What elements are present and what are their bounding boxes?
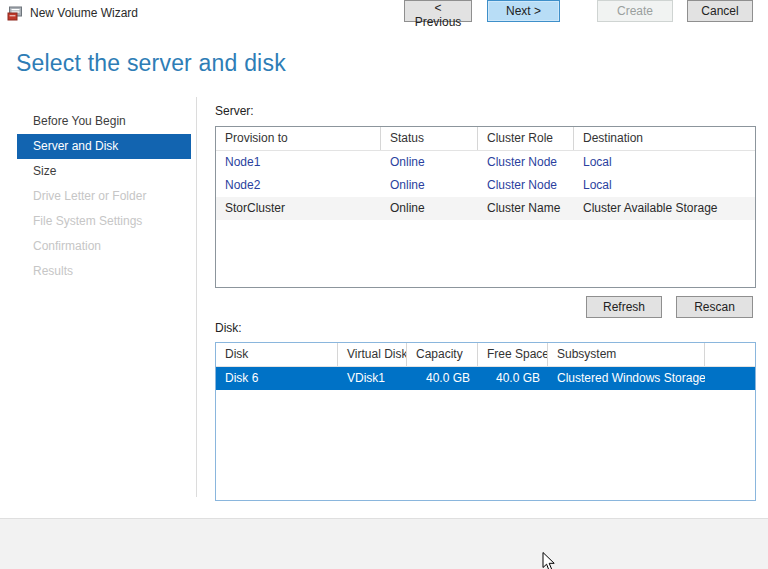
cell: Cluster Name: [478, 197, 574, 220]
cancel-button[interactable]: Cancel: [687, 0, 753, 22]
rescan-button[interactable]: Rescan: [676, 296, 753, 318]
cell: Online: [381, 197, 478, 220]
cell: Online: [381, 174, 478, 197]
column-header-subsystem[interactable]: Subsystem: [548, 343, 705, 366]
table-row-node1[interactable]: Node1OnlineCluster NodeLocal: [216, 151, 755, 174]
cell: Node2: [216, 174, 381, 197]
sidebar-item-size[interactable]: Size: [17, 159, 191, 184]
sidebar-item-server-and-disk[interactable]: Server and Disk: [17, 134, 191, 159]
column-header-destination[interactable]: Destination: [574, 127, 755, 150]
cell: StorCluster: [216, 197, 381, 220]
cell: Disk 6: [216, 367, 338, 390]
cell: Cluster Node: [478, 151, 574, 174]
page-title: Select the server and disk: [16, 50, 286, 77]
sidebar-item-drive-letter-or-folder: Drive Letter or Folder: [17, 184, 191, 209]
column-header-blank: [705, 343, 755, 366]
table-header-row: Provision toStatusCluster RoleDestinatio…: [216, 127, 755, 151]
next-button[interactable]: Next >: [487, 0, 560, 22]
server-table: Provision toStatusCluster RoleDestinatio…: [215, 126, 756, 288]
server-section-label: Server:: [215, 104, 254, 118]
previous-button[interactable]: < Previous: [404, 0, 472, 22]
cell: Clustered Windows Storage: [548, 367, 705, 390]
column-header-free-space[interactable]: Free Space: [478, 343, 548, 366]
sidebar-item-file-system-settings: File System Settings: [17, 209, 191, 234]
column-header-capacity[interactable]: Capacity: [407, 343, 478, 366]
refresh-button[interactable]: Refresh: [586, 296, 662, 318]
column-header-provision-to[interactable]: Provision to: [216, 127, 381, 150]
cell: VDisk1: [338, 367, 407, 390]
column-header-cluster-role[interactable]: Cluster Role: [478, 127, 574, 150]
table-row-disk-6[interactable]: Disk 6VDisk140.0 GB40.0 GBClustered Wind…: [216, 367, 755, 390]
cell: 40.0 GB: [478, 367, 548, 390]
sidebar-item-results: Results: [17, 259, 191, 284]
column-header-status[interactable]: Status: [381, 127, 478, 150]
create-button[interactable]: Create: [597, 0, 673, 22]
disk-table: DiskVirtual DiskCapacityFree SpaceSubsys…: [215, 342, 756, 501]
cell: 40.0 GB: [407, 367, 478, 390]
table-row-storcluster[interactable]: StorClusterOnlineCluster NameCluster Ava…: [216, 197, 755, 220]
sidebar-divider: [196, 97, 197, 497]
column-header-virtual-disk[interactable]: Virtual Disk: [338, 343, 407, 366]
cell: Online: [381, 151, 478, 174]
cell: Cluster Node: [478, 174, 574, 197]
cell: Local: [574, 151, 755, 174]
window-title: New Volume Wizard: [30, 6, 138, 20]
cell: Local: [574, 174, 755, 197]
cell: [705, 367, 755, 390]
wizard-steps-sidebar: Before You BeginServer and DiskSizeDrive…: [17, 109, 191, 284]
disk-section-label: Disk:: [215, 321, 242, 335]
footer: [0, 519, 768, 569]
cell: Cluster Available Storage: [574, 197, 755, 220]
app-icon: [7, 6, 23, 21]
column-header-disk[interactable]: Disk: [216, 343, 338, 366]
sidebar-item-before-you-begin[interactable]: Before You Begin: [17, 109, 191, 134]
table-header-row: DiskVirtual DiskCapacityFree SpaceSubsys…: [216, 343, 755, 367]
sidebar-item-confirmation: Confirmation: [17, 234, 191, 259]
table-row-node2[interactable]: Node2OnlineCluster NodeLocal: [216, 174, 755, 197]
cell: Node1: [216, 151, 381, 174]
